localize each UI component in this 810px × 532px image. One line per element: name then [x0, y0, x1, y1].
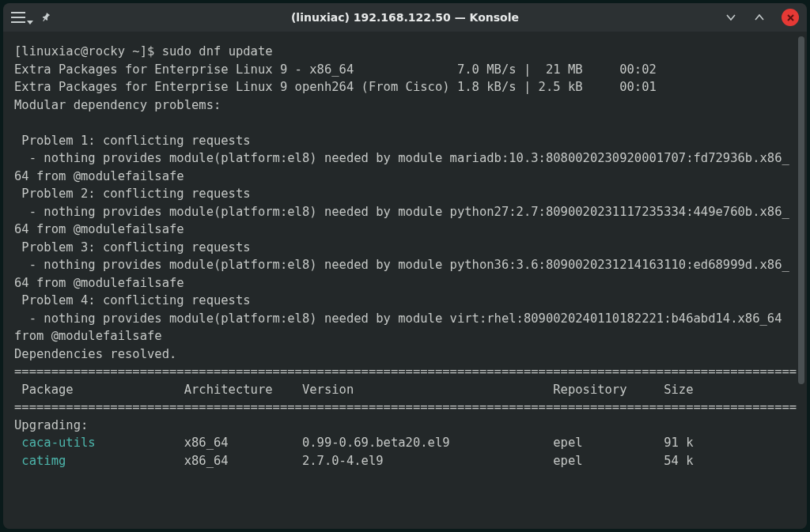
menu-icon[interactable]	[11, 12, 25, 23]
maximize-button[interactable]	[753, 11, 766, 24]
close-button[interactable]	[782, 9, 799, 26]
package-name: caca-utils	[14, 436, 96, 450]
scrollbar-thumb[interactable]	[798, 36, 804, 384]
titlebar-left	[11, 11, 52, 24]
terminal-output: [linuxiac@rocky ~]$ sudo dnf update Extr…	[14, 43, 799, 470]
pin-icon[interactable]	[40, 11, 52, 24]
window-title: (linuxiac) 192.168.122.50 — Konsole	[291, 11, 519, 24]
konsole-window: (linuxiac) 192.168.122.50 — Konsole [lin…	[3, 3, 807, 529]
titlebar: (linuxiac) 192.168.122.50 — Konsole	[3, 3, 807, 32]
minimize-button[interactable]	[725, 11, 737, 24]
terminal-area[interactable]: [linuxiac@rocky ~]$ sudo dnf update Extr…	[3, 32, 807, 529]
command-text: sudo dnf update	[162, 44, 273, 58]
titlebar-right	[725, 9, 799, 26]
scrollbar[interactable]	[798, 36, 804, 529]
shell-prompt: [linuxiac@rocky ~]$	[14, 44, 162, 58]
package-name: catimg	[14, 454, 66, 468]
